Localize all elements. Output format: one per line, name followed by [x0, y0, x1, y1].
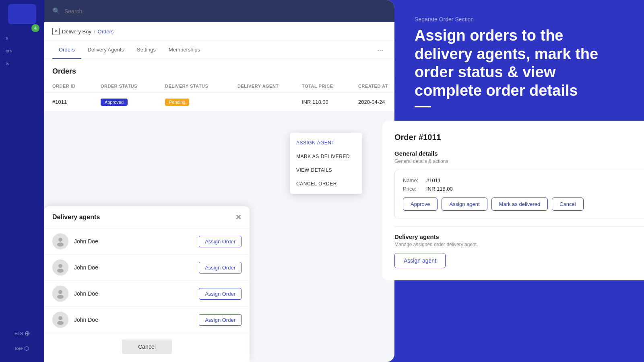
sidebar-item-ts[interactable]: ts — [3, 58, 41, 69]
agent-avatar-3 — [52, 286, 68, 302]
right-area: Separate Order Section Assign orders to … — [394, 0, 644, 362]
agent-name-1: John Doe — [74, 238, 193, 245]
agent-name-4: John Doe — [74, 317, 193, 323]
cancel-button[interactable]: Cancel — [552, 197, 583, 211]
approve-button[interactable]: Approve — [403, 197, 438, 211]
modal-cancel-button[interactable]: Cancel — [122, 339, 172, 354]
main-area: 🔍 ✕ Delivery Boy / Orders Orders Deliver… — [44, 0, 644, 362]
breadcrumb-separator: / — [94, 29, 95, 35]
order-info-name: Name: #1011 — [403, 177, 644, 183]
tab-delivery-agents[interactable]: Delivery Agents — [81, 41, 130, 59]
cell-created-at: 2020-04-24 — [358, 99, 394, 105]
search-input[interactable] — [64, 8, 386, 14]
mark-delivered-button[interactable]: Mark as delivered — [491, 197, 548, 211]
general-details-section: General details General details & action… — [394, 150, 644, 218]
general-section-sub: General details & actions — [394, 158, 644, 164]
tabs-bar: Orders Delivery Agents Settings Membersh… — [44, 41, 394, 59]
cell-order-status: Approved — [101, 99, 165, 106]
sidebar-item-s[interactable]: s — [3, 32, 41, 43]
modal-header: Delivery agents ✕ — [44, 206, 250, 228]
pending-badge: Pending — [165, 99, 189, 106]
table-row: #1011 Approved Pending INR 118.00 2020-0… — [44, 93, 394, 111]
price-value: INR 118.00 — [426, 186, 453, 192]
cell-delivery-status: Pending — [165, 99, 237, 106]
col-order-id: ORDER ID — [52, 84, 101, 88]
agent-row-3: John Doe Assign Order — [44, 281, 250, 307]
search-bar: 🔍 — [44, 0, 394, 22]
sidebar: 4 s ers ts ELS ⊕ tore ⬡ — [0, 0, 44, 362]
svg-point-0 — [58, 238, 62, 242]
assign-order-btn-2[interactable]: Assign Order — [199, 262, 242, 274]
sidebar-els-btn[interactable]: ELS ⊕ — [3, 327, 41, 339]
price-label: Price: — [403, 186, 423, 192]
breadcrumb: ✕ Delivery Boy / Orders — [44, 22, 394, 41]
sidebar-logo — [8, 4, 36, 24]
agent-avatar-4 — [52, 312, 68, 328]
assign-order-btn-4[interactable]: Assign Order — [199, 314, 242, 326]
col-delivery-agent: DELIVERY AGENT — [237, 84, 302, 88]
name-value: #1011 — [426, 177, 441, 183]
svg-point-1 — [57, 243, 64, 247]
agent-name-3: John Doe — [74, 290, 193, 297]
cell-total-price: INR 118.00 — [302, 99, 358, 105]
tab-memberships[interactable]: Memberships — [162, 41, 206, 59]
delivery-section-title: Delivery agents — [394, 233, 644, 240]
promo-section: Separate Order Section Assign orders to … — [415, 16, 624, 107]
sidebar-item-ers[interactable]: ers — [3, 45, 41, 56]
col-order-status: ORDER STATUS — [101, 84, 165, 88]
col-total-price: TOTAL PRICE — [302, 84, 358, 88]
assign-order-btn-3[interactable]: Assign Order — [199, 288, 242, 300]
table-header: ORDER ID ORDER STATUS DELIVERY STATUS DE… — [44, 80, 394, 93]
svg-point-5 — [57, 295, 64, 299]
order-detail-title: Order #1011 — [394, 133, 644, 142]
breadcrumb-icon: ✕ — [52, 28, 60, 35]
general-section-title: General details — [394, 150, 644, 157]
agent-avatar-2 — [52, 259, 68, 276]
svg-point-4 — [58, 290, 62, 294]
sidebar-store-btn[interactable]: tore ⬡ — [3, 343, 41, 354]
agent-row-2: John Doe Assign Order — [44, 255, 250, 281]
white-panel: 🔍 ✕ Delivery Boy / Orders Orders Deliver… — [44, 0, 394, 362]
actions-dropdown: ASSIGN AGENT MARK AS DELIVERED VIEW DETA… — [290, 133, 362, 194]
sidebar-nav: s ers ts — [0, 32, 44, 69]
svg-point-2 — [58, 264, 62, 268]
svg-point-3 — [57, 269, 64, 273]
sidebar-bottom: ELS ⊕ tore ⬡ — [0, 327, 44, 362]
svg-point-7 — [57, 321, 64, 325]
orders-table: ORDER ID ORDER STATUS DELIVERY STATUS DE… — [44, 80, 394, 111]
svg-point-6 — [58, 316, 62, 320]
modal-title: Delivery agents — [52, 214, 100, 221]
agent-row-4: John Doe Assign Order — [44, 307, 250, 333]
dropdown-cancel-order[interactable]: CANCEL ORDER — [290, 177, 362, 191]
order-detail-card: Order #1011 General details General deta… — [382, 121, 644, 280]
dropdown-mark-delivered[interactable]: MARK AS DELIVERED — [290, 150, 362, 163]
order-action-buttons: Approve Assign agent Mark as delivered C… — [403, 197, 644, 211]
dropdown-assign-agent[interactable]: ASSIGN AGENT — [290, 136, 362, 150]
promo-subtitle: Separate Order Section — [415, 16, 624, 23]
col-created-at: CREATED AT — [358, 84, 394, 88]
col-delivery-status: DELIVERY STATUS — [165, 84, 237, 88]
breadcrumb-sub[interactable]: Orders — [98, 29, 114, 35]
assign-agent-button[interactable]: Assign agent — [442, 197, 487, 211]
assign-agent-big-button[interactable]: Assign agent — [394, 253, 446, 268]
tab-orders[interactable]: Orders — [52, 41, 81, 59]
breadcrumb-main[interactable]: Delivery Boy — [62, 29, 91, 35]
delivery-section-sub: Manage assigned order delivery agent. — [394, 242, 644, 247]
order-info-box: Name: #1011 Price: INR 118.00 Approve As… — [394, 170, 644, 218]
promo-underline — [415, 106, 431, 107]
orders-heading: Orders — [44, 59, 394, 80]
delivery-agents-modal: Delivery agents ✕ John Doe Assign Order … — [44, 206, 250, 362]
cell-order-id: #1011 — [52, 99, 101, 105]
sidebar-badge: 4 — [31, 24, 39, 32]
modal-close-button[interactable]: ✕ — [235, 214, 242, 221]
agent-avatar-1 — [52, 233, 68, 249]
approved-badge: Approved — [101, 99, 128, 106]
name-label: Name: — [403, 177, 423, 183]
promo-title: Assign orders to the delivery agents, ma… — [415, 27, 616, 100]
delivery-agents-section: Delivery agents Manage assigned order de… — [394, 226, 644, 268]
dropdown-view-details[interactable]: VIEW DETAILS — [290, 163, 362, 177]
tabs: Orders Delivery Agents Settings Membersh… — [52, 41, 374, 59]
tab-settings[interactable]: Settings — [130, 41, 162, 59]
tabs-more-button[interactable]: ··· — [374, 43, 386, 58]
assign-order-btn-1[interactable]: Assign Order — [199, 236, 242, 247]
